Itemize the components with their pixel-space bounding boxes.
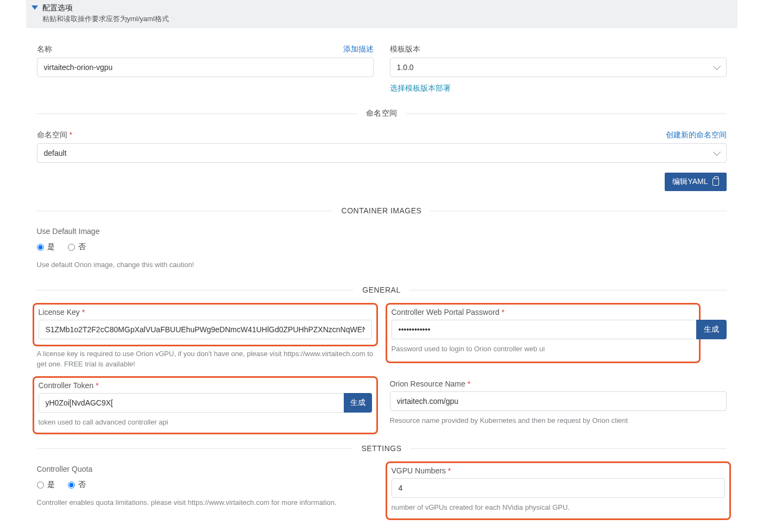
highlight-vgpu-numbers: VGPU Numbers* number of vGPUs created fo… [386, 461, 731, 520]
template-version-value: 1.0.0 [397, 63, 414, 72]
controller-token-generate-button[interactable]: 生成 [344, 393, 371, 413]
license-key-input[interactable] [39, 320, 372, 339]
resource-name-help: Resource name provided by Kubernetes and… [390, 415, 727, 426]
chevron-down-icon [712, 148, 720, 156]
vgpu-numbers-label: VGPU Numbers* [392, 466, 725, 475]
vgpu-numbers-help: number of vGPUs created for each NVidia … [392, 502, 725, 513]
resource-name-input[interactable] [390, 391, 727, 411]
resource-name-label: Orion Resource Name* [390, 379, 727, 388]
controller-token-label: Controller Token* [39, 381, 372, 390]
section-namespace: 命名空间 [37, 109, 727, 118]
use-default-image-no[interactable]: 否 [68, 242, 86, 252]
section-general: GENERAL [37, 286, 727, 294]
namespace-select[interactable]: default [37, 143, 727, 163]
controller-quota-label: Controller Quota [37, 465, 374, 473]
highlight-controller-token: Controller Token* 生成 token used to call … [33, 376, 378, 435]
portal-password-input[interactable] [392, 320, 695, 339]
choose-template-version-link[interactable]: 选择模板版本部署 [390, 84, 451, 92]
use-default-image-label: Use Default Image [37, 227, 727, 236]
namespace-label: 命名空间* [37, 130, 72, 140]
template-version-label: 模板版本 [390, 45, 420, 54]
clipboard-icon [712, 178, 719, 186]
chevron-down-icon [712, 62, 720, 70]
create-namespace-link[interactable]: 创建新的命名空间 [666, 130, 727, 140]
controller-token-help: token used to call advanced controller a… [39, 417, 372, 428]
header-title: 配置选项 [42, 3, 169, 13]
license-key-help: A license key is required to use Orion v… [37, 349, 374, 370]
portal-password-label: Controller Web Portal Password* [392, 308, 695, 316]
section-container-images: CONTAINER IMAGES [37, 206, 727, 215]
vgpu-numbers-input[interactable] [392, 478, 725, 498]
edit-yaml-button[interactable]: 编辑YAML [665, 173, 726, 191]
header-subtitle: 粘贴和读取操作要求应答为yml/yaml格式 [42, 14, 169, 24]
config-options-header[interactable]: 配置选项 粘贴和读取操作要求应答为yml/yaml格式 [26, 0, 737, 28]
portal-password-generate-button[interactable]: 生成 [696, 320, 727, 339]
add-description-link[interactable]: 添加描述 [343, 45, 374, 54]
controller-quota-no[interactable]: 否 [68, 480, 86, 490]
use-default-image-yes[interactable]: 是 [37, 242, 55, 252]
name-label: 名称 [37, 45, 52, 54]
highlight-portal-password: Controller Web Portal Password* Password… [386, 303, 701, 364]
license-key-label: License Key* [39, 308, 372, 316]
namespace-value: default [44, 149, 67, 157]
template-version-select[interactable]: 1.0.0 [390, 58, 727, 77]
controller-token-input[interactable] [39, 393, 344, 413]
portal-password-help: Password used to login to Orion controll… [392, 344, 695, 354]
name-input[interactable] [37, 58, 374, 77]
controller-quota-yes[interactable]: 是 [37, 480, 55, 490]
collapse-toggle-icon [31, 5, 38, 10]
controller-quota-help: Controller enables quota limitations. pl… [37, 497, 374, 508]
section-settings: SETTINGS [37, 444, 727, 453]
use-default-image-help: Use default Orion image, change this wit… [37, 259, 727, 270]
highlight-license-key: License Key* [33, 303, 378, 346]
